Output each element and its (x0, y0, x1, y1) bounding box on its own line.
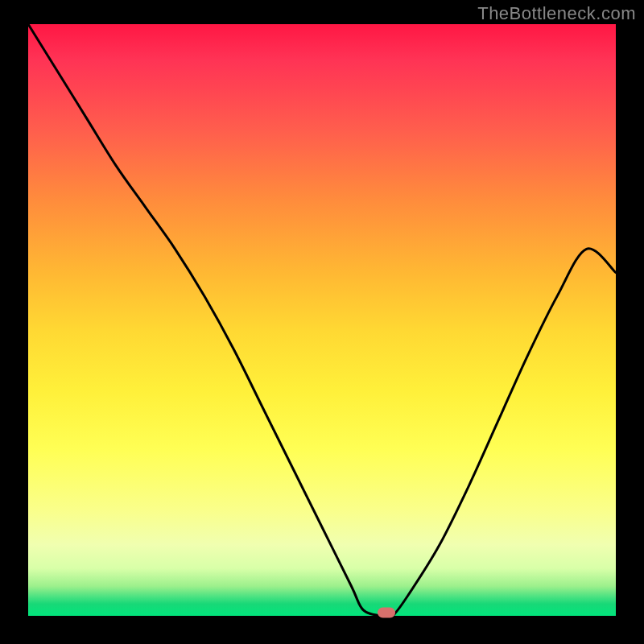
plot-area (28, 24, 616, 616)
chart-frame: TheBottleneck.com (0, 0, 644, 644)
bottleneck-curve (28, 24, 616, 616)
watermark-text: TheBottleneck.com (477, 3, 636, 24)
curve-layer (28, 24, 616, 616)
optimal-point-marker (378, 608, 395, 618)
